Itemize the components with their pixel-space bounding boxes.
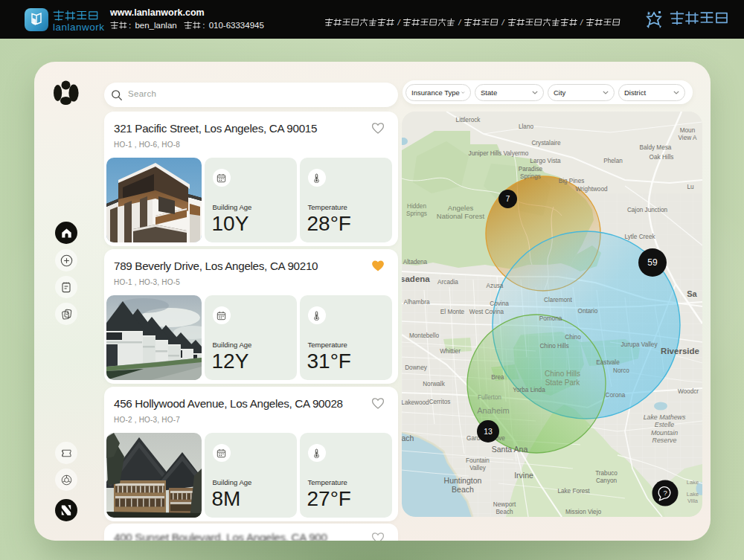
svg-text:Downey: Downey <box>405 364 427 371</box>
svg-text:Big Pines: Big Pines <box>559 178 585 184</box>
svg-text:Lake: Lake <box>687 491 699 498</box>
svg-text:Villa: Villa <box>687 498 699 504</box>
svg-text:7: 7 <box>506 195 510 203</box>
svg-text:Cajon Junction: Cajon Junction <box>627 207 668 213</box>
svg-text:Altadena: Altadena <box>403 259 428 265</box>
svg-text:Whittier: Whittier <box>440 348 461 355</box>
svg-text:Woodcr: Woodcr <box>678 388 699 395</box>
svg-text:West Covina: West Covina <box>469 309 504 315</box>
svg-text:Pomona: Pomona <box>539 315 562 322</box>
svg-text:Hidden: Hidden <box>407 203 426 210</box>
svg-text:Canyon: Canyon <box>596 477 618 484</box>
svg-text:Norco: Norco <box>613 367 629 374</box>
svg-text:Chino Hills: Chino Hills <box>545 370 580 378</box>
svg-text:Lytle Creek: Lytle Creek <box>624 234 655 240</box>
svg-text:Lakewood: Lakewood <box>402 399 429 406</box>
svg-text:Springs: Springs <box>406 210 427 217</box>
svg-text:Claremont: Claremont <box>544 297 572 303</box>
svg-text:Fullerton: Fullerton <box>478 394 501 401</box>
svg-text:13: 13 <box>484 427 493 436</box>
svg-text:?: ? <box>664 489 667 497</box>
svg-text:Beach: Beach <box>496 509 513 515</box>
svg-text:Lake Forest: Lake Forest <box>557 488 590 495</box>
svg-text:Llano: Llano <box>519 123 533 130</box>
svg-text:Pasadena: Pasadena <box>402 274 430 283</box>
svg-text:Mountain: Mountain <box>651 429 678 437</box>
svg-text:Newport: Newport <box>493 501 516 508</box>
svg-text:Mission Viejo: Mission Viejo <box>565 509 602 515</box>
svg-text:Crystalaire: Crystalaire <box>531 140 561 147</box>
svg-text:Moun: Moun <box>680 127 696 134</box>
svg-text:Irvine: Irvine <box>514 471 533 480</box>
svg-text:Reserve: Reserve <box>652 437 677 444</box>
svg-text:Estelle: Estelle <box>655 421 675 428</box>
svg-text:Oak Hills: Oak Hills <box>650 154 674 161</box>
svg-text:Fountain: Fountain <box>466 457 490 464</box>
svg-text:Anaheim: Anaheim <box>477 406 509 415</box>
svg-text:Santa Ana: Santa Ana <box>492 445 528 454</box>
svg-text:Paradise: Paradise <box>519 166 543 173</box>
svg-text:Baldy Mesa: Baldy Mesa <box>640 144 672 151</box>
svg-text:Littlerock: Littlerock <box>456 117 481 123</box>
svg-text:Cerritos: Cerritos <box>429 399 451 405</box>
svg-text:Sa: Sa <box>687 289 697 298</box>
svg-text:Jurupa Valley: Jurupa Valley <box>620 341 658 348</box>
svg-text:Wrightwood: Wrightwood <box>575 186 608 193</box>
svg-text:Norwalk: Norwalk <box>423 381 445 387</box>
svg-text:Brea: Brea <box>491 374 504 381</box>
svg-text:Chino Hills: Chino Hills <box>539 343 568 350</box>
svg-text:Trabuco: Trabuco <box>595 470 618 477</box>
svg-text:Montebello: Montebello <box>409 332 440 339</box>
svg-text:Azusa: Azusa <box>487 283 504 289</box>
svg-text:ach: ach <box>402 434 414 442</box>
svg-text:State Park: State Park <box>545 379 581 387</box>
svg-text:Lake: Lake <box>687 479 699 486</box>
svg-text:Alhambra: Alhambra <box>403 299 429 306</box>
svg-text:Covina: Covina <box>490 300 509 307</box>
svg-text:Springs: Springs <box>520 173 541 180</box>
svg-text:Juniper Hills Valyermo: Juniper Hills Valyermo <box>469 150 529 157</box>
svg-text:Phelan: Phelan <box>603 158 623 164</box>
svg-text:Riverside: Riverside <box>661 347 699 355</box>
svg-text:Largo Vista: Largo Vista <box>530 158 561 164</box>
svg-text:Huntington: Huntington <box>444 476 482 485</box>
svg-text:Lu: Lu <box>687 184 694 190</box>
svg-text:National Forest: National Forest <box>437 212 485 220</box>
svg-text:Yorba Linda: Yorba Linda <box>513 387 545 393</box>
svg-text:Ontario: Ontario <box>578 308 598 315</box>
svg-text:El Monte: El Monte <box>440 309 465 315</box>
svg-text:Chino: Chino <box>565 334 581 341</box>
svg-text:Valley: Valley <box>469 465 487 472</box>
svg-text:Eastvale: Eastvale <box>596 359 620 366</box>
svg-text:Beach: Beach <box>452 485 474 494</box>
svg-text:View A: View A <box>679 135 697 141</box>
svg-text:Corona: Corona <box>606 392 626 399</box>
svg-text:59: 59 <box>647 257 658 268</box>
svg-text:Arcadia: Arcadia <box>437 279 458 286</box>
svg-text:Lake Mathews: Lake Mathews <box>644 413 686 421</box>
svg-text:Angeles: Angeles <box>448 204 474 212</box>
